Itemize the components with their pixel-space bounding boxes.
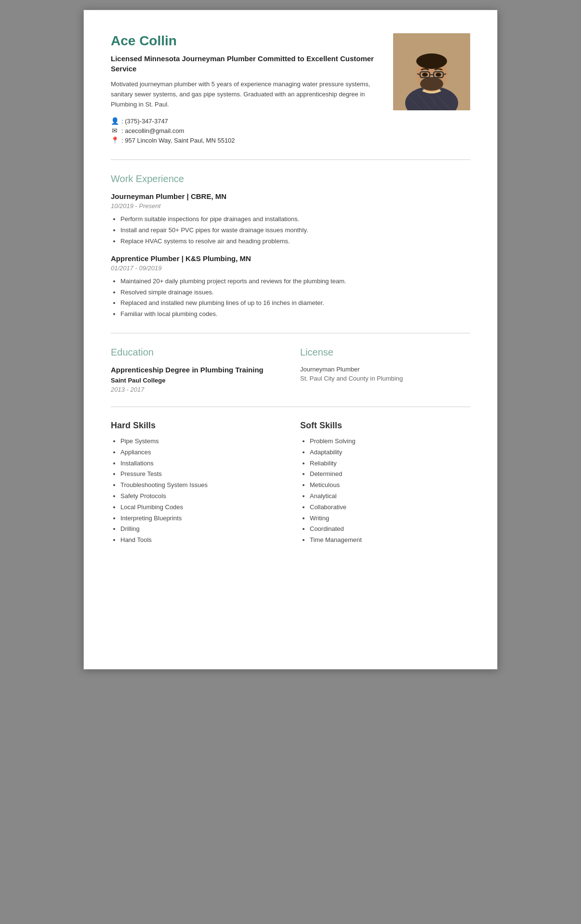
job-2-dates: 01/2017 - 09/2019 [111,264,470,272]
edu-degree: Apprenticeship Degree in Plumbing Traini… [111,366,281,374]
list-item: Pressure Tests [120,469,281,479]
hard-skills-list: Pipe Systems Appliances Installations Pr… [120,436,281,545]
list-item: Problem Solving [310,436,470,447]
license-col: License Journeyman Plumber St. Paul City… [300,347,470,393]
candidate-photo [393,33,470,110]
edu-dates: 2013 - 2017 [111,386,281,393]
job-1-bullets: Perform suitable inspections for pipe dr… [120,214,470,246]
list-item: Interpreting Blueprints [120,514,281,524]
list-item: Writing [310,514,470,524]
list-item: Analytical [310,491,470,502]
svg-point-12 [422,73,428,77]
education-col: Education Apprenticeship Degree in Plumb… [111,347,281,393]
location-icon: 📍 [111,136,119,144]
skills-section: Hard Skills Pipe Systems Appliances Inst… [111,421,470,553]
list-item: Hand Tools [120,535,281,545]
job-2: Apprentice Plumber | K&S Plumbing, MN 01… [111,254,470,319]
header-divider [111,159,470,160]
svg-point-13 [436,73,441,77]
job-2-bullets: Maintained 20+ daily plumbing project re… [120,277,470,319]
svg-point-5 [420,77,443,91]
list-item: Troubleshooting System Issues [120,480,281,490]
list-item: Install and repair 50+ PVC pipes for was… [120,225,470,236]
list-item: Installations [120,459,281,469]
hard-skills-title: Hard Skills [111,421,281,431]
email-icon: ✉ [111,127,119,134]
job-1-dates: 10/2019 - Present [111,202,470,210]
soft-skills-list: Problem Solving Adaptability Reliability… [310,436,470,545]
headline: Licensed Minnesota Journeyman Plumber Co… [111,53,382,74]
list-item: Safety Protocols [120,491,281,502]
education-title: Education [111,347,281,358]
svg-point-6 [416,53,447,69]
summary: Motivated journeyman plumber with 5 year… [111,79,382,109]
list-item: Drilling [120,524,281,534]
list-item: Resolved simple drainage issues. [120,288,470,298]
edu-license-section: Education Apprenticeship Degree in Plumb… [111,347,470,393]
list-item: Determined [310,469,470,479]
contact-phone: 👤 : (375)-347-3747 [111,117,382,125]
license-name: Journeyman Plumber [300,366,470,373]
work-experience-section: Work Experience Journeyman Plumber | CBR… [111,173,470,319]
contact-email: ✉ : acecollin@gmail.com [111,127,382,134]
list-item: Familiar with local plumbing codes. [120,309,470,319]
header-section: Ace Collin Licensed Minnesota Journeyman… [111,33,470,146]
soft-skills-title: Soft Skills [300,421,470,431]
soft-skills-col: Soft Skills Problem Solving Adaptability… [300,421,470,553]
header-left: Ace Collin Licensed Minnesota Journeyman… [111,33,382,146]
list-item: Time Management [310,535,470,545]
work-experience-title: Work Experience [111,173,470,185]
list-item: Local Plumbing Codes [120,502,281,513]
list-item: Pipe Systems [120,436,281,447]
resume-container: Ace Collin Licensed Minnesota Journeyman… [83,10,498,670]
contact-list: 👤 : (375)-347-3747 ✉ : acecollin@gmail.c… [111,117,382,144]
license-detail: St. Paul City and County in Plumbing [300,375,470,382]
list-item: Replaced and installed new plumbing line… [120,298,470,308]
list-item: Collaborative [310,502,470,513]
list-item: Reliability [310,459,470,469]
job-1: Journeyman Plumber | CBRE, MN 10/2019 - … [111,192,470,246]
list-item: Perform suitable inspections for pipe dr… [120,214,470,224]
contact-address: 📍 : 957 Lincoln Way, Saint Paul, MN 5510… [111,136,382,144]
phone-icon: 👤 [111,117,119,125]
hard-skills-col: Hard Skills Pipe Systems Appliances Inst… [111,421,281,553]
job-2-title: Apprentice Plumber | K&S Plumbing, MN [111,254,470,263]
list-item: Maintained 20+ daily plumbing project re… [120,277,470,287]
list-item: Adaptability [310,448,470,458]
edu-skills-divider [111,407,470,407]
candidate-name: Ace Collin [111,33,382,49]
license-title: License [300,347,470,358]
work-edu-divider [111,333,470,333]
edu-school: Saint Paul College [111,377,281,384]
list-item: Coordinated [310,524,470,534]
list-item: Appliances [120,448,281,458]
job-1-title: Journeyman Plumber | CBRE, MN [111,192,470,200]
list-item: Meticulous [310,480,470,490]
list-item: Replace HVAC systems to resolve air and … [120,237,470,247]
